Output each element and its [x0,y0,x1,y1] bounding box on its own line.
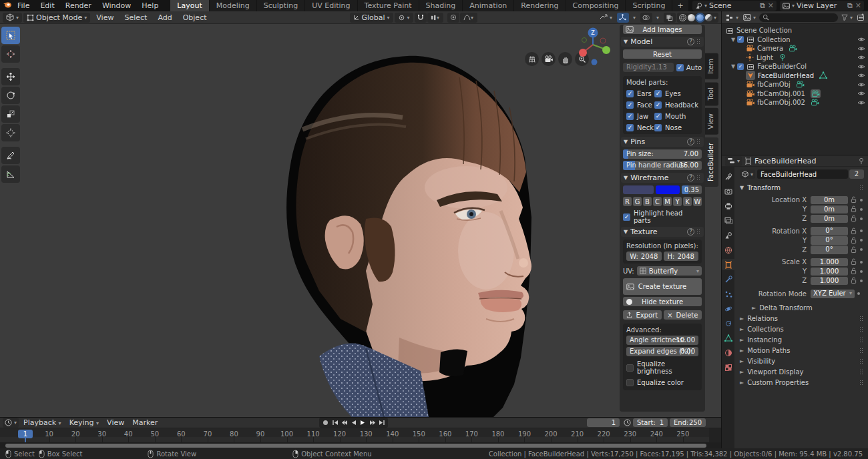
outliner-row-fbcamobj[interactable]: fbCamObj [726,80,868,89]
section-relations[interactable]: ►Relations [740,313,864,324]
menu-object[interactable]: Object [178,13,212,22]
animate-dot[interactable] [860,280,863,282]
workspace-tab-texture-paint[interactable]: Texture Paint [358,0,419,11]
overlays-dropdown[interactable]: ▾ [653,13,662,23]
gizmo-neg-y-axis[interactable] [582,38,587,43]
rotation-x-field[interactable]: 0° [811,227,848,236]
section-motion-paths[interactable]: ►Motion Paths [740,345,864,356]
shading-dropdown[interactable]: ▾ [714,15,716,21]
eye-icon[interactable] [857,73,865,78]
timeline-ruler[interactable]: 1 10203040506070809010011012013014015016… [0,428,721,442]
blender-logo-icon[interactable] [3,0,12,9]
menu-playback[interactable]: Playback ▾ [20,418,65,427]
tab-tool[interactable]: Tool [705,82,718,105]
tab-world[interactable] [722,244,734,256]
menu-view[interactable]: View [91,13,118,22]
wf-color-b-button[interactable]: B [643,197,652,206]
frame-end-field[interactable]: End:250 [670,418,706,427]
view-layer-selector[interactable]: ▾ View Layer ⧉ ✕ [780,1,864,11]
animate-dot[interactable] [860,230,863,232]
eye-icon[interactable] [857,37,865,42]
pin-size-slider[interactable]: Pin size: 7.00 [623,149,702,159]
scene-selector[interactable]: ▾ Scene ⧉ ✕ [692,1,777,11]
tab-texture[interactable] [722,362,734,373]
help-icon[interactable]: ? [687,228,694,236]
animate-dot[interactable] [857,292,860,295]
animate-dot[interactable] [860,261,863,264]
part-nose[interactable]: ✓Nose [654,124,698,131]
ears-checkbox[interactable]: ✓ [626,90,634,97]
xray-toggle[interactable] [664,13,676,23]
wf-color-w-button[interactable]: W [693,197,702,206]
workspace-tab-sculpting[interactable]: Sculpting [257,0,305,11]
equalize-color-checkbox[interactable] [626,379,634,386]
unlink-scene-icon[interactable]: ✕ [768,1,774,10]
wireframe-opacity-slider[interactable]: 0.35 [682,185,702,194]
play-reverse-button[interactable] [349,418,358,427]
part-eyes[interactable]: ✓Eyes [654,90,698,97]
current-frame-badge[interactable]: 1 [18,430,33,438]
wf-color-r-button[interactable]: R [623,197,632,206]
menu-marker[interactable]: Marker [129,418,161,427]
mouth-checkbox[interactable]: ✓ [654,113,662,120]
tab-item[interactable]: Item [705,53,718,79]
tab-physics[interactable] [722,303,734,314]
collection-checkbox[interactable]: ✓ [737,63,744,70]
tool-move[interactable] [1,68,20,85]
object-visibility-dropdown[interactable]: ▾ [596,13,616,23]
users-count-badge[interactable]: 2 [849,169,864,179]
outliner-row-fbcamobj-001[interactable]: fbCamObj.001 [726,89,868,99]
new-collection-button[interactable] [856,13,865,22]
help-icon[interactable]: ? [687,138,694,145]
delete-texture-button[interactable]: × Delete [664,310,702,320]
section-viewport-display[interactable]: ►Viewport Display [740,366,864,377]
create-texture-button[interactable]: Create texture [623,278,702,295]
menu-select[interactable]: Select [120,13,152,22]
wf-color-g-button[interactable]: G [633,197,642,206]
eye-icon[interactable] [857,55,865,60]
gizmo-y-axis[interactable] [602,46,610,54]
outliner-search-input[interactable] [759,13,838,22]
part-ears[interactable]: ✓Ears [626,90,654,97]
snap-settings-dropdown[interactable]: ▾ [427,13,443,23]
lock-icon[interactable] [851,237,857,244]
face-checkbox[interactable]: ✓ [626,101,634,109]
pins-section-header[interactable]: ▼Pins ? [621,137,704,147]
tab-constraints[interactable] [722,318,734,329]
pan-view-icon[interactable] [558,52,572,66]
animate-dot[interactable] [860,248,863,251]
gizmo-x-axis[interactable] [579,49,587,57]
transform-panel-header[interactable]: ▼ Transform [740,183,864,193]
outliner-row-facebuildercol[interactable]: ▼ ✓ FaceBuilderCol [726,62,868,71]
lock-icon[interactable] [851,277,857,284]
pin-id-icon[interactable] [858,157,865,165]
menu-file[interactable]: File [12,0,35,11]
editor-type-selector[interactable]: ▾ [3,13,22,23]
pin-handle-radius-slider[interactable]: Pin handle radius: 16.00 [623,161,702,170]
menu-add[interactable]: Add [153,13,176,22]
camera-view-icon[interactable] [541,52,556,66]
gizmo-neg-x-axis[interactable] [600,38,606,43]
eye-icon[interactable] [857,91,865,96]
object-id-selector[interactable]: ▾ [740,169,755,179]
mode-selector[interactable]: Object Mode ▾ [23,13,90,23]
wf-color-k-button[interactable]: K [683,197,692,206]
highlight-head-parts[interactable]: ✓ Highlight head parts [623,209,702,224]
lock-icon[interactable] [851,196,857,203]
animate-dot[interactable] [860,217,863,220]
scale-z-field[interactable]: 1.000 [811,277,848,286]
neck-checkbox[interactable]: ✓ [626,124,634,131]
tab-render[interactable] [722,185,734,197]
outliner-filter-id-type[interactable]: ▾ [742,13,757,23]
equalize-brightness[interactable]: Equalize brightness [626,360,698,375]
tab-view[interactable]: View [705,108,718,135]
new-view-layer-icon[interactable]: ⧉ [847,1,853,10]
wireframe-color-swatch-2[interactable] [656,185,680,194]
help-icon[interactable]: ? [687,38,694,45]
wireframe-color-swatch-1[interactable] [623,185,654,194]
scale-y-field[interactable]: 1.000 [811,268,848,276]
prev-keyframe-button[interactable] [340,418,349,427]
tab-modifiers[interactable] [722,274,734,285]
tab-object-data[interactable] [722,332,734,344]
add-workspace-button[interactable]: + [672,0,688,11]
